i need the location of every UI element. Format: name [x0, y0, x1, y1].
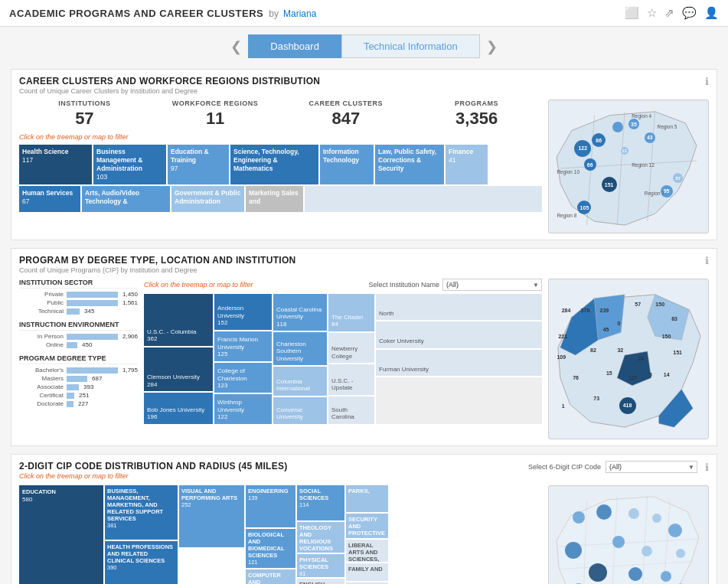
star-icon[interactable]: ☆ [647, 6, 657, 20]
treemap-row1[interactable]: Health Science 117 Business Management &… [19, 145, 542, 184]
inst-north[interactable]: North [376, 294, 542, 320]
cip-visual-arts[interactable]: VISUAL AND PERFORMING ARTS 252 [179, 485, 244, 547]
treemap-row2[interactable]: Human Services 67 Arts, Audio/Video Tech… [19, 186, 542, 212]
tm-marketing[interactable]: Marketing Sales and [246, 186, 303, 212]
copy-icon[interactable]: ⬜ [625, 6, 639, 20]
inst-the-citadel[interactable]: The Citadel 84 [328, 294, 374, 331]
cip-english[interactable]: ENGLISH LANGUAGE [297, 579, 344, 584]
inst-charleston-southern[interactable]: Charleston Southern University [273, 332, 327, 365]
tm-info-tech[interactable]: Information Technology [320, 145, 374, 184]
map-placeholder-1[interactable]: 122 86 35 66 43 11 151 95 105 57 Region … [548, 100, 709, 233]
section2-title: PROGRAM BY DEGREE TYPE, LOCATION AND INS… [19, 255, 296, 266]
institution-treemap[interactable]: U.S.C. - Columbia 362 Clemson University… [144, 294, 542, 424]
map-label-region5: Region 5 [657, 124, 677, 129]
inst-anderson[interactable]: Anderson University 152 [214, 294, 272, 330]
map-label-region12: Region 12 [632, 162, 655, 168]
map-placeholder-2[interactable]: 284 370 239 57 150 83 221 45 0 150 109 8… [548, 279, 709, 439]
info-icon-section3[interactable]: ℹ [705, 462, 709, 473]
map2-num-239: 239 [600, 308, 609, 313]
cip-bubble-6 [565, 542, 582, 559]
inst-bob-jones[interactable]: Bob Jones University 196 [144, 393, 213, 424]
filter-note-section2[interactable]: Click on the treemap or map to filter [144, 281, 253, 289]
map2-num-45: 45 [603, 327, 609, 332]
tm-government[interactable]: Government & Public Administration [171, 186, 244, 212]
map2-num-151: 151 [673, 350, 682, 355]
inst-columbia-intl[interactable]: Columbia International [273, 367, 327, 396]
inst-converse[interactable]: Converse University [273, 397, 327, 424]
share-icon[interactable]: ⇗ [664, 6, 674, 20]
cip-family[interactable]: FAMILY AND [346, 563, 388, 581]
stat-bar-doctorate: Doctorate 227 [19, 400, 138, 407]
section1-title: CAREER CLUSTERS AND WORKFORCE REGIONS DI… [19, 76, 320, 86]
comment-icon[interactable]: 💬 [682, 6, 697, 20]
filter-note-section1[interactable]: Click on the treemap or map to filter [19, 133, 542, 141]
tab-dashboard[interactable]: Dashboard [248, 34, 341, 58]
inst-newberry[interactable]: Newberry College [328, 333, 374, 363]
degree-type-group: PROGRAM DEGREE TYPE Bachelor's 1,795 Mas… [19, 354, 138, 407]
cip-computer[interactable]: COMPUTER AND INFORMATION SCIENCES AND SU… [246, 569, 295, 584]
inst-coker[interactable]: Coker University [376, 321, 542, 347]
tm-stem[interactable]: Science, Technology, Engineering & Mathe… [230, 145, 318, 184]
cip-health-professions[interactable]: HEALTH PROFESSIONS AND RELATED CLINICAL … [105, 541, 178, 584]
info-icon-section2[interactable]: ℹ [705, 255, 709, 266]
tm-health-science[interactable]: Health Science 117 [19, 145, 92, 184]
inst-francis-marion[interactable]: Francis Marion University 125 [214, 331, 272, 361]
map-section3 [548, 485, 709, 584]
section-cip-code: 2-DIGIT CIP CODE DISTRIBUTION AND RADIUS… [11, 454, 717, 584]
cip-physical-sciences[interactable]: PHYSICAL SCIENCES 81 [297, 554, 344, 577]
inst-winthrop[interactable]: Winthrop University 122 [214, 394, 272, 424]
inst-college-charleston[interactable]: College of Charleston 123 [214, 363, 272, 393]
tab-technical-information[interactable]: Technical Information [341, 34, 480, 58]
cip-biological[interactable]: BIOLOGICAL AND BIOMEDICAL SCIENCES 121 [246, 529, 295, 567]
prev-arrow[interactable]: ❮ [224, 38, 248, 55]
map-placeholder-3[interactable] [548, 485, 709, 584]
kpi-institutions: INSTITUTIONS 57 [19, 100, 150, 129]
cip-security[interactable]: SECURITY AND PROTECTIVE SERVICES [346, 514, 388, 538]
cip-select-wrapper[interactable]: (All) ▼ [606, 461, 697, 473]
inst-usc-columbia[interactable]: U.S.C. - Columbia 362 [144, 294, 213, 346]
cip-engineering[interactable]: ENGINEERING 139 [246, 485, 295, 527]
cip-liberal-arts[interactable]: LIBERAL ARTS AND SCIENCES, GENERAL [346, 540, 388, 562]
stats-panel: INSTITUTION SECTOR Private 1,450 Public … [19, 279, 138, 439]
stat-bar-technical: Technical 345 [19, 308, 138, 315]
cip-bubble-9 [676, 549, 685, 558]
inst-south-carolina[interactable]: South Carolina [328, 396, 374, 424]
cip-treemap[interactable]: EDUCATION 580 BUSINESS, MANAGEMENT, MARK… [19, 485, 542, 584]
institution-treemap-container: Click on the treemap or map to filter Se… [144, 279, 542, 439]
map2-num-370: 370 [581, 308, 590, 313]
inst-others[interactable] [376, 377, 542, 424]
kpi-programs: PROGRAMS 3,356 [411, 100, 542, 129]
cip-education[interactable]: EDUCATION 580 [19, 485, 103, 584]
tm-arts[interactable]: Arts, Audio/Video Technology & [82, 186, 170, 212]
map-bubble-11: 11 [621, 147, 628, 155]
user-icon[interactable]: 👤 [704, 6, 719, 20]
institution-select-wrapper[interactable]: (All) ▼ [442, 279, 542, 291]
cip-business[interactable]: BUSINESS, MANAGEMENT, MARKETING, AND REL… [105, 485, 178, 540]
institution-select[interactable]: (All) [442, 279, 542, 291]
cip-theology[interactable]: THEOLOGY AND RELIGIOUS VOCATIONS [297, 522, 344, 553]
tm-human-services[interactable]: Human Services 67 [19, 186, 80, 212]
tm-other[interactable] [305, 186, 542, 212]
cip-select[interactable]: (All) [606, 461, 697, 473]
inst-col-1: U.S.C. - Columbia 362 Clemson University… [144, 294, 213, 424]
map-section2: 284 370 239 57 150 83 221 45 0 150 109 8… [548, 279, 709, 439]
tm-law[interactable]: Law, Public Safety, Corrections & Securi… [375, 145, 444, 184]
tm-business[interactable]: Business Management & Administration 103 [93, 145, 166, 184]
map-label-region8: Region 8 [557, 213, 576, 218]
cip-social-sciences[interactable]: SOCIAL SCIENCES 114 [297, 485, 344, 520]
inst-furman[interactable]: Furman University [376, 350, 542, 376]
filter-note-section3[interactable]: Click on the treemap or map to filter [19, 472, 288, 480]
cip-bubble-11 [628, 567, 642, 581]
tm-finance[interactable]: Finance 41 [446, 145, 488, 184]
inst-clemson[interactable]: Clemson University 284 [144, 347, 213, 391]
map-label-region7: Region 7 [645, 191, 664, 196]
map2-num-150b: 150 [662, 334, 671, 339]
tm-education-training[interactable]: Education & Training 97 [168, 145, 229, 184]
cip-parks[interactable]: PARKS, [346, 485, 388, 512]
inst-usc-upstate[interactable]: U.S.C. - Upstate [328, 364, 374, 394]
author-link[interactable]: Mariana [283, 8, 316, 19]
next-arrow[interactable]: ❯ [480, 38, 504, 55]
map2-num-5: 5 [649, 372, 652, 377]
inst-coastal-carolina[interactable]: Coastal Carolina University 118 [273, 294, 327, 331]
info-icon-section1[interactable]: ℹ [705, 76, 709, 87]
